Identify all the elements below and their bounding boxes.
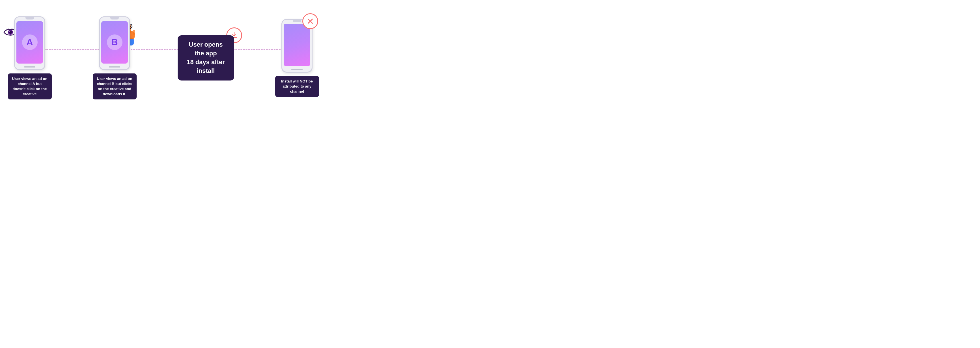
phone-b-letter: B <box>111 37 118 47</box>
phone-a-wrapper: A <box>14 16 45 70</box>
phone-b-notch <box>110 17 119 19</box>
caption-a-text: User views an ad on channel A but doesn'… <box>12 76 48 96</box>
phone-b-wrapper: B <box>99 16 130 70</box>
center-info-wrapper: User opensthe app18 days afterinstall <box>178 35 234 80</box>
column-c: Install will NOT be attributed to any ch… <box>275 19 319 97</box>
caption-c-text: Install will NOT be attributed to any ch… <box>281 79 313 93</box>
phone-a-letter-circle: A <box>22 35 38 50</box>
phone-a: A <box>14 16 45 70</box>
svg-rect-13 <box>133 30 135 35</box>
phone-a-screen: A <box>16 21 43 63</box>
x-circle <box>302 13 318 29</box>
column-a: A User views an ad on channel A but does… <box>8 16 52 100</box>
caption-b: User views an ad on channel B but clicks… <box>93 73 137 100</box>
phone-b-bottom-bar <box>109 66 120 68</box>
phone-a-bottom-bar <box>24 66 35 68</box>
phone-c-bottom-bar <box>291 69 302 70</box>
column-b: B User views an ad on channel B but clic… <box>93 16 137 100</box>
phone-c-notch <box>293 20 301 22</box>
phone-a-notch <box>25 17 34 19</box>
phone-c-wrapper <box>282 19 312 73</box>
svg-point-2 <box>9 31 10 32</box>
phone-b: B <box>99 16 130 70</box>
center-info-box: User opensthe app18 days afterinstall <box>178 35 234 80</box>
phone-b-screen: B <box>101 21 128 63</box>
phone-a-letter: A <box>26 37 33 47</box>
dashed-line <box>36 49 291 50</box>
scene: A User views an ad on channel A but does… <box>8 4 319 112</box>
phone-c-screen <box>284 24 310 66</box>
svg-line-5 <box>12 28 12 29</box>
center-text-line1: User opensthe app18 days afterinstall <box>187 41 225 74</box>
caption-b-text: User views an ad on channel B but clicks… <box>97 76 132 96</box>
svg-line-4 <box>9 28 9 29</box>
phone-b-letter-circle: B <box>107 35 123 50</box>
caption-a: User views an ad on channel A but doesn'… <box>8 73 52 100</box>
caption-c: Install will NOT be attributed to any ch… <box>275 76 319 97</box>
